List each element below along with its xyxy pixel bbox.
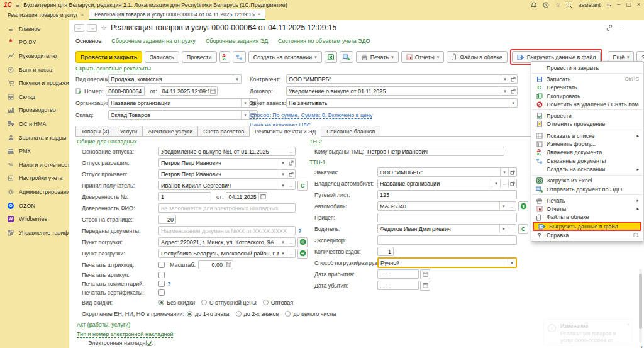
ellipsis-button[interactable]: ... <box>500 179 508 188</box>
menu-item[interactable]: Загрузка из Excel <box>531 177 643 185</box>
forward-button[interactable]: → <box>87 24 97 32</box>
open-link-icon[interactable] <box>287 159 295 167</box>
menu-item[interactable]: Изменить форму... <box>531 140 643 148</box>
sidebar-item-cart[interactable]: Покупки и продажи <box>0 76 69 90</box>
question-icon[interactable]: ? <box>167 281 171 287</box>
advance-offset-select[interactable]: Не зачитывать▾ <box>286 98 518 108</box>
radio-icon[interactable] <box>158 300 164 305</box>
menu-item[interactable]: Печать▸ <box>531 196 643 205</box>
tab-3[interactable]: Счета расчетов <box>197 126 250 136</box>
send-edo-button[interactable] <box>340 51 353 63</box>
more-vert-icon[interactable]: ⋮ <box>618 25 624 31</box>
datetime-input[interactable]: . . : : <box>377 269 419 279</box>
menu-item[interactable]: Провести и закрыть <box>531 64 643 72</box>
search-icon[interactable] <box>566 2 572 8</box>
number-input[interactable]: 1 <box>158 192 211 201</box>
toast-text[interactable]: услуг 0000-000064 от ... <box>560 337 619 344</box>
ellipsis-button[interactable]: ... <box>508 225 516 233</box>
link-icon[interactable] <box>606 25 613 31</box>
maximize-button[interactable]: ▢ <box>626 2 631 8</box>
sidebar-item-poby[interactable]: *PO.BY <box>0 36 69 50</box>
radio-option[interactable]: до целого числа <box>285 311 336 317</box>
chevron-down-icon[interactable]: ▾ <box>501 75 509 83</box>
save-button[interactable]: Записать <box>145 51 179 63</box>
tab-0[interactable]: Товары (3) <box>75 126 114 136</box>
refresh-button[interactable]: C <box>297 181 308 191</box>
section-link[interactable]: ТТН-1 <box>309 159 326 166</box>
section-link[interactable]: Акт (работы, услуги) <box>77 322 130 328</box>
toast-text[interactable]: Реализация товаров и <box>560 330 616 337</box>
ellipsis-button[interactable]: ... <box>287 249 295 257</box>
history-icon[interactable] <box>543 2 549 8</box>
sidebar-item-ozon[interactable]: OOZON <box>0 199 69 213</box>
radio-icon[interactable] <box>201 300 207 305</box>
reports-button[interactable]: Отчеты▾ <box>401 51 445 63</box>
favorite-star-icon[interactable]: ☆ <box>101 24 107 32</box>
calculator-icon[interactable] <box>225 261 233 269</box>
chevron-down-icon[interactable]: ▾ <box>241 99 249 107</box>
sidebar-item-chart[interactable]: Руководителю <box>0 49 69 63</box>
form-nav-link[interactable]: Сборочные задания на отгрузку <box>111 38 196 45</box>
chevron-down-icon[interactable]: ▾ <box>279 159 287 167</box>
scrollbar-thumb[interactable] <box>639 274 642 329</box>
chevron-down-icon[interactable]: ▾ <box>492 179 500 188</box>
open-link-icon[interactable] <box>287 170 295 178</box>
cloud-files-button[interactable]: Файлы в облаке <box>447 51 507 63</box>
chevron-down-icon[interactable]: ▾ <box>500 168 508 176</box>
menu-item[interactable]: ДтКтДвижения документа <box>531 149 643 157</box>
sidebar-item-wb[interactable]: WWildberries <box>0 212 69 226</box>
checkbox[interactable] <box>158 272 165 278</box>
menu-item[interactable]: Показать в списке▸ <box>531 132 643 140</box>
calendar-icon[interactable] <box>209 87 217 95</box>
menu-item[interactable]: Связанные документы <box>531 157 643 165</box>
field-input[interactable]: Петров Петр Иванович▾ <box>158 169 296 179</box>
back-button[interactable]: ← <box>74 24 84 32</box>
chevron-down-icon[interactable]: ▾ <box>279 170 287 178</box>
menu-item[interactable]: Отчеты▸ <box>531 205 643 213</box>
ellipsis-button[interactable]: ... <box>508 202 516 210</box>
sidebar-item-factory[interactable]: Производство <box>0 104 69 118</box>
field-input[interactable]: 20 <box>158 215 176 224</box>
ellipsis-button[interactable]: ... <box>287 181 295 189</box>
radio-icon[interactable] <box>263 300 269 305</box>
chevron-down-icon[interactable]: ▾ <box>499 202 508 210</box>
toast-close-icon[interactable]: × <box>626 322 630 327</box>
tab-active[interactable]: Реквизиты печати и ЭД <box>249 126 321 137</box>
sidebar-item-register[interactable]: РМК <box>0 144 69 158</box>
checkbox[interactable] <box>158 289 165 296</box>
field-input[interactable]: МАЗ-5340▾... <box>377 201 516 211</box>
vertical-scrollbar[interactable] <box>639 269 642 343</box>
warehouse-select[interactable]: Склад Товаров▾ <box>108 110 258 120</box>
field-input[interactable]: Петров Петр Иванович <box>365 147 504 156</box>
menu-item[interactable]: ?СправкаF1 <box>531 231 643 239</box>
tab-close-icon[interactable]: × <box>258 11 261 17</box>
sidebar-item-tax[interactable]: %Налоги и отчетность <box>0 158 69 172</box>
menu-item[interactable]: Выгрузить данные в файл <box>533 222 641 231</box>
calendar-icon[interactable] <box>258 193 267 201</box>
scrollbar-down-arrow[interactable]: ▾ <box>640 345 643 348</box>
ellipsis-button[interactable]: ... <box>287 238 295 246</box>
window-tab[interactable]: Реализация товаров и услуг× <box>3 9 89 20</box>
section-link[interactable]: Общие для накладных <box>77 138 136 145</box>
open-link-icon[interactable] <box>508 168 516 176</box>
field-input[interactable]: Республика Беларусь, Московский район, г… <box>158 249 296 258</box>
sidebar-item-person[interactable]: Зарплата и кадры <box>0 131 69 145</box>
sidebar-item-truck[interactable]: ОС и НМА <box>0 117 69 131</box>
chevron-down-icon[interactable]: ▾ <box>499 225 508 233</box>
organization-select[interactable]: Название организации▾ <box>108 98 258 108</box>
open-link-icon[interactable] <box>509 75 517 83</box>
form-nav-link[interactable]: Основное <box>75 38 101 45</box>
window-tab[interactable]: Реализация товаров и услуг 0000-000064 о… <box>89 9 265 20</box>
add-button[interactable] <box>297 249 308 259</box>
post-and-close-button[interactable]: Провести и закрыть <box>75 51 142 63</box>
field-input[interactable]: Уведомление о выкупе №1 от 01.11.2025... <box>158 147 296 156</box>
radio-icon[interactable] <box>236 311 242 317</box>
field-input[interactable]: Название организации▾... <box>377 179 517 188</box>
sidebar-item-coin[interactable]: Банк и касса <box>0 63 69 77</box>
minimize-button[interactable]: – <box>617 2 620 8</box>
number-edit-icon[interactable] <box>75 88 82 94</box>
menu-item[interactable]: CПеречитать <box>531 84 643 92</box>
form-nav-link[interactable]: Состояния по объектам учета ЭДО <box>278 38 370 45</box>
sidebar-item-tiles[interactable]: Управление тарифом <box>0 226 69 240</box>
tab-5[interactable]: Списание бланков <box>321 126 380 136</box>
